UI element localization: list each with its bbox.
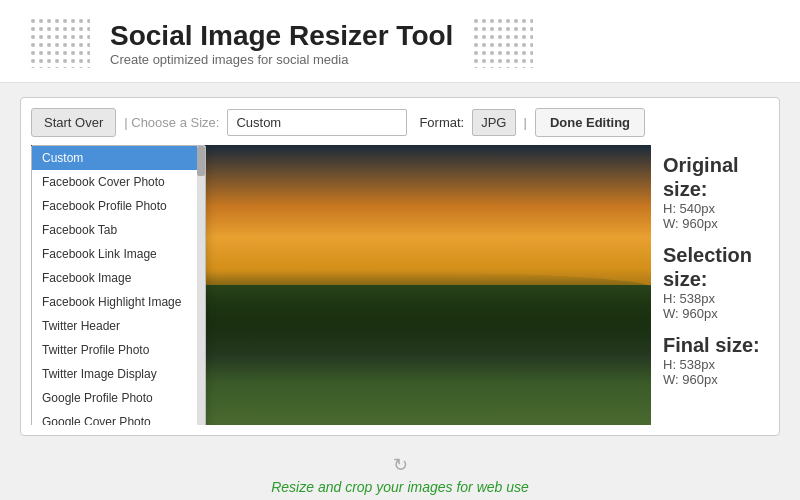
done-editing-button[interactable]: Done Editing (535, 108, 645, 137)
selection-size-title: Selection size: (663, 243, 765, 291)
format-value: JPG (472, 109, 515, 136)
final-h: H: 538px (663, 357, 765, 372)
svg-rect-1 (30, 18, 90, 68)
dropdown-item[interactable]: Google Profile Photo (32, 386, 205, 410)
svg-rect-3 (473, 18, 533, 68)
final-size-title: Final size: (663, 333, 765, 357)
refresh-icon: ↻ (0, 454, 800, 476)
app-subtitle: Create optimized images for social media (110, 52, 453, 67)
toolbox: Start Over | Choose a Size: Format: JPG … (20, 97, 780, 436)
dropdown-item[interactable]: Twitter Image Display (32, 362, 205, 386)
selection-size-section: Selection size: H: 538px W: 960px (663, 243, 765, 321)
original-w: W: 960px (663, 216, 765, 231)
size-dropdown[interactable]: CustomFacebook Cover PhotoFacebook Profi… (31, 145, 206, 425)
toolbar: Start Over | Choose a Size: Format: JPG … (31, 108, 769, 137)
app-title: Social Image Resizer Tool (110, 20, 453, 52)
dropdown-scrollbar[interactable] (197, 146, 205, 425)
image-area: CustomFacebook Cover PhotoFacebook Profi… (31, 145, 651, 425)
dropdown-item[interactable]: Twitter Profile Photo (32, 338, 205, 362)
decorative-dots-left (30, 18, 90, 68)
format-label: Format: (419, 115, 464, 130)
main-area: Start Over | Choose a Size: Format: JPG … (0, 83, 800, 444)
header: Social Image Resizer Tool Create optimiz… (0, 0, 800, 83)
original-size-section: Original size: H: 540px W: 960px (663, 153, 765, 231)
scrollbar-thumb[interactable] (197, 146, 205, 176)
footer-tagline: Resize and crop your images for web use (271, 479, 529, 495)
toolbar-sep2: | (524, 115, 527, 130)
selection-w: W: 960px (663, 306, 765, 321)
original-size-title: Original size: (663, 153, 765, 201)
dropdown-item[interactable]: Facebook Cover Photo (32, 170, 205, 194)
final-w: W: 960px (663, 372, 765, 387)
toolbar-separator: | Choose a Size: (124, 115, 219, 130)
dropdown-item[interactable]: Facebook Tab (32, 218, 205, 242)
content-row: CustomFacebook Cover PhotoFacebook Profi… (31, 145, 769, 425)
dropdown-item[interactable]: Google Cover Photo (32, 410, 205, 425)
dropdown-item[interactable]: Facebook Highlight Image (32, 290, 205, 314)
original-h: H: 540px (663, 201, 765, 216)
size-select-input[interactable] (227, 109, 407, 136)
dropdown-item[interactable]: Twitter Header (32, 314, 205, 338)
start-over-button[interactable]: Start Over (31, 108, 116, 137)
selection-h: H: 538px (663, 291, 765, 306)
right-panel: Original size: H: 540px W: 960px Selecti… (659, 145, 769, 425)
dropdown-item[interactable]: Facebook Image (32, 266, 205, 290)
final-size-section: Final size: H: 538px W: 960px (663, 333, 765, 387)
header-text: Social Image Resizer Tool Create optimiz… (110, 20, 453, 67)
dropdown-item[interactable]: Facebook Profile Photo (32, 194, 205, 218)
decorative-dots-right (473, 18, 533, 68)
dropdown-item[interactable]: Facebook Link Image (32, 242, 205, 266)
footer: ↻ Resize and crop your images for web us… (0, 444, 800, 500)
dropdown-item[interactable]: Custom (32, 146, 205, 170)
